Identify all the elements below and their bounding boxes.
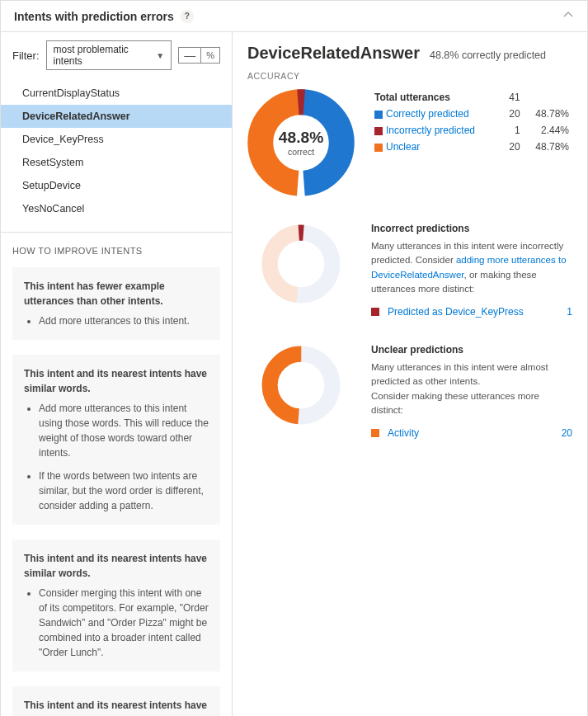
donut-center-sub: correct	[288, 147, 314, 157]
panel-title: Intents with prediction errors	[14, 10, 174, 23]
filter-dropdown[interactable]: most problematic intents ▼	[46, 40, 172, 70]
tip-heading: This intent has fewer example utterances…	[24, 279, 209, 309]
unclear-block: Unclear predictions Many utterances in t…	[247, 344, 572, 439]
percent-toggle[interactable]: — %	[178, 47, 220, 64]
unclear-title: Unclear predictions	[371, 344, 572, 356]
improve-section: HOW TO IMPROVE INTENTS This intent has f…	[1, 232, 232, 716]
accuracy-label: ACCURACY	[247, 71, 572, 81]
legend-count: 20	[502, 106, 524, 122]
incorrect-title: Incorrect predictions	[371, 223, 572, 234]
tip-card: This intent has fewer example utterances…	[12, 267, 220, 340]
legend-swatch-icon	[374, 127, 383, 135]
filter-row: Filter: most problematic intents ▼ — %	[1, 32, 232, 78]
unclear-note: Many utterances in this intent were almo…	[371, 360, 572, 417]
sub-legend-value[interactable]: 1	[567, 306, 572, 318]
tip-bullet: Consider merging this intent with one of…	[39, 586, 209, 660]
unclear-items: Activity20	[371, 427, 572, 439]
tip-card: This intent and its nearest intents have…	[12, 686, 220, 716]
legend-row: Correctly predicted2048.78%	[371, 106, 572, 122]
accuracy-donut: 48.8% correct	[247, 89, 355, 196]
sub-legend-value[interactable]: 20	[562, 427, 572, 439]
intent-item[interactable]: SetupDevice	[1, 174, 232, 197]
donut-center-pct: 48.8%	[279, 129, 323, 146]
sub-legend-row: Predicted as Device_KeyPress1	[371, 306, 572, 318]
filter-label: Filter:	[12, 49, 40, 62]
incorrect-legend: Incorrect predictions Many utterances in…	[371, 223, 572, 318]
incorrect-items: Predicted as Device_KeyPress1	[371, 306, 572, 318]
tip-card: This intent and its nearest intents have…	[12, 539, 220, 671]
intent-item[interactable]: CurrentDisplayStatus	[1, 82, 232, 105]
unclear-legend: Unclear predictions Many utterances in t…	[371, 344, 572, 439]
legend-count: 1	[502, 122, 524, 139]
intent-item[interactable]: DeviceRelatedAnswer	[1, 105, 232, 128]
legend-swatch-icon	[374, 111, 383, 119]
legend-label[interactable]: Unclear	[371, 139, 502, 155]
panel: Intents with prediction errors ? Filter:…	[0, 0, 588, 716]
total-value: 41	[502, 89, 524, 106]
tips-container: This intent has fewer example utterances…	[12, 267, 220, 716]
accuracy-block: 48.8% correct Total utterances 41 Correc…	[247, 89, 572, 196]
intent-name: DeviceRelatedAnswer	[247, 44, 420, 63]
unclear-donut	[247, 344, 355, 426]
tip-heading: This intent and its nearest intents have…	[24, 366, 209, 396]
incorrect-block: Incorrect predictions Many utterances in…	[247, 223, 572, 318]
intent-item[interactable]: Device_KeyPress	[1, 128, 232, 151]
legend-count: 20	[502, 139, 524, 155]
legend-label[interactable]: Incorrectly predicted	[371, 122, 502, 139]
tip-card: This intent and its nearest intents have…	[12, 355, 220, 525]
help-icon[interactable]: ?	[181, 10, 194, 23]
tip-bullets: Consider merging this intent with one of…	[24, 586, 209, 660]
intent-heading: DeviceRelatedAnswer 48.8% correctly pred…	[247, 44, 572, 63]
accuracy-legend: Total utterances 41 Correctly predicted2…	[371, 89, 572, 155]
chevron-down-icon: ▼	[156, 51, 164, 60]
legend-swatch-icon	[374, 144, 383, 152]
legend-row: Unclear2048.78%	[371, 139, 572, 155]
legend-swatch-icon	[371, 429, 379, 437]
filter-selected: most problematic intents	[54, 44, 157, 67]
improve-title: HOW TO IMPROVE INTENTS	[12, 246, 220, 256]
intent-item[interactable]: YesNoCancel	[1, 197, 232, 220]
tip-bullet: Add more utterances to this intent using…	[39, 401, 209, 460]
percent-label: %	[201, 49, 219, 62]
accuracy-table: Total utterances 41 Correctly predicted2…	[371, 89, 572, 155]
panel-title-group: Intents with prediction errors ?	[14, 10, 194, 23]
left-column: Filter: most problematic intents ▼ — % C…	[1, 32, 233, 716]
panel-header: Intents with prediction errors ?	[1, 1, 587, 32]
tip-bullet: Add more utterances to this intent.	[39, 313, 209, 328]
tip-bullet: If the words between two intents are sim…	[39, 469, 209, 513]
legend-label[interactable]: Correctly predicted	[371, 106, 502, 122]
incorrect-note: Many utterances in this intent were inco…	[371, 239, 572, 296]
tip-heading: This intent and its nearest intents have…	[24, 698, 209, 716]
legend-pct: 48.78%	[524, 106, 572, 122]
intent-list: CurrentDisplayStatusDeviceRelatedAnswerD…	[1, 78, 232, 232]
sub-legend-label[interactable]: Activity	[371, 427, 419, 439]
collapse-chevron-icon[interactable]	[562, 9, 574, 23]
intent-item[interactable]: ResetSystem	[1, 151, 232, 174]
sub-legend-row: Activity20	[371, 427, 572, 439]
minus-icon: —	[179, 48, 201, 63]
total-label: Total utterances	[374, 92, 450, 103]
legend-pct: 2.44%	[524, 122, 572, 139]
tip-bullets: Add more utterances to this intent using…	[24, 401, 209, 513]
tip-bullets: Add more utterances to this intent.	[24, 313, 209, 328]
unclear-note-1: Many utterances in this intent were almo…	[371, 360, 572, 389]
legend-pct: 48.78%	[524, 139, 572, 155]
unclear-note-2: Consider making these utterances more di…	[371, 389, 572, 418]
legend-swatch-icon	[371, 308, 379, 316]
intent-subtitle: 48.8% correctly predicted	[430, 49, 546, 61]
panel-body: Filter: most problematic intents ▼ — % C…	[1, 32, 587, 716]
legend-row: Incorrectly predicted12.44%	[371, 122, 572, 139]
incorrect-donut	[247, 223, 355, 305]
tip-heading: This intent and its nearest intents have…	[24, 551, 209, 581]
sub-legend-label[interactable]: Predicted as Device_KeyPress	[371, 306, 524, 318]
right-column: DeviceRelatedAnswer 48.8% correctly pred…	[233, 32, 587, 716]
